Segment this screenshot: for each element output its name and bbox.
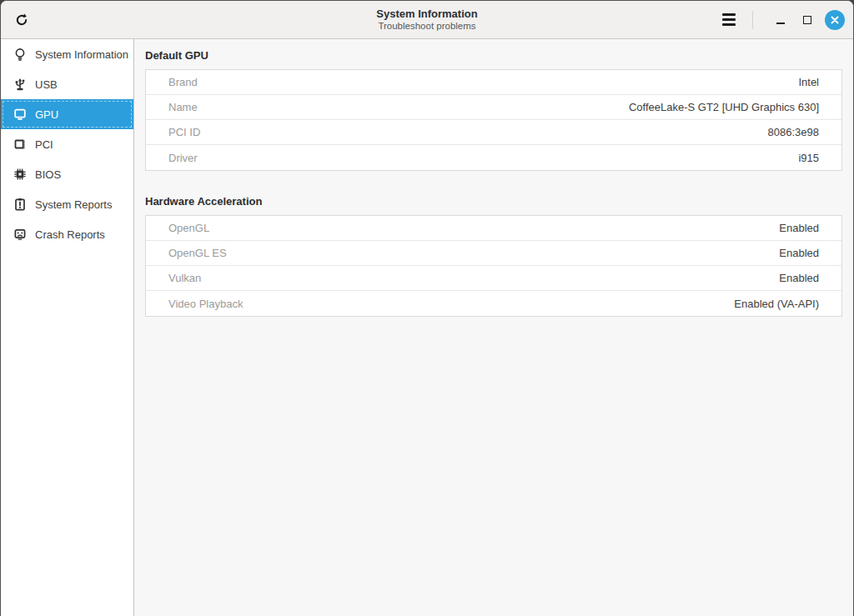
row-label: OpenGL ES — [168, 247, 227, 259]
pci-card-icon — [13, 137, 28, 152]
row-label: Video Playback — [168, 298, 243, 310]
row-value: 8086:3e98 — [768, 126, 819, 138]
hamburger-menu-icon — [722, 13, 736, 16]
main-content: Default GPU Brand Intel Name CoffeeLake-… — [134, 39, 853, 616]
sidebar-item-usb[interactable]: USB — [1, 69, 133, 99]
sidebar-item-label: USB — [35, 78, 58, 91]
info-table-default-gpu: Brand Intel Name CoffeeLake-S GT2 [UHD G… — [145, 69, 842, 171]
sidebar-item-label: GPU — [35, 108, 58, 121]
section-hardware-acceleration: Hardware Acceleration OpenGL Enabled Ope… — [145, 195, 842, 317]
sidebar-item-crash-reports[interactable]: Crash Reports — [1, 219, 133, 249]
chip-icon — [13, 167, 28, 182]
table-row: Driver i915 — [146, 145, 841, 170]
titlebar: System Information Troubleshoot problems — [1, 1, 853, 39]
clipboard-alert-icon — [13, 197, 28, 212]
minimize-icon — [776, 23, 785, 24]
table-row: OpenGL Enabled — [146, 216, 841, 241]
maximize-button[interactable] — [796, 9, 818, 31]
crash-face-icon — [13, 227, 28, 242]
row-label: Driver — [168, 152, 198, 164]
close-button[interactable] — [825, 10, 845, 30]
table-row: Name CoffeeLake-S GT2 [UHD Graphics 630] — [146, 95, 841, 120]
sidebar-item-pci[interactable]: PCI — [1, 129, 133, 159]
row-value: Enabled (VA-API) — [734, 298, 819, 310]
info-table-hardware-acceleration: OpenGL Enabled OpenGL ES Enabled Vulkan … — [145, 215, 842, 317]
row-value: CoffeeLake-S GT2 [UHD Graphics 630] — [629, 101, 819, 113]
row-label: Brand — [168, 76, 198, 88]
row-value: Enabled — [779, 222, 819, 234]
section-default-gpu: Default GPU Brand Intel Name CoffeeLake-… — [145, 49, 842, 171]
titlebar-controls — [714, 1, 853, 38]
window-subtitle: Troubleshoot problems — [378, 20, 475, 32]
sidebar-item-system-information[interactable]: System Information — [1, 39, 133, 69]
row-label: PCI ID — [168, 126, 200, 138]
sidebar-item-label: System Reports — [35, 198, 112, 211]
usb-icon — [13, 77, 28, 92]
row-label: Vulkan — [168, 272, 201, 284]
refresh-button[interactable] — [8, 6, 36, 34]
row-value: i915 — [798, 152, 819, 164]
sidebar-item-label: System Information — [35, 48, 128, 61]
close-icon — [830, 15, 840, 25]
row-value: Intel — [798, 76, 819, 88]
monitor-icon — [13, 107, 28, 122]
row-label: OpenGL — [168, 222, 209, 234]
section-title: Hardware Acceleration — [145, 195, 842, 208]
table-row: OpenGL ES Enabled — [146, 241, 841, 266]
lightbulb-icon — [13, 47, 28, 62]
sidebar-item-label: Crash Reports — [35, 228, 105, 241]
section-title: Default GPU — [145, 49, 842, 62]
table-row: PCI ID 8086:3e98 — [146, 120, 841, 145]
sidebar: System Information USB — [1, 39, 134, 616]
sidebar-item-bios[interactable]: BIOS — [1, 159, 133, 189]
table-row: Brand Intel — [146, 70, 841, 95]
row-label: Name — [168, 101, 198, 113]
table-row: Vulkan Enabled — [146, 266, 841, 291]
titlebar-separator — [752, 11, 753, 29]
window-title: System Information — [376, 8, 477, 20]
sidebar-item-label: BIOS — [35, 168, 61, 181]
table-row: Video Playback Enabled (VA-API) — [146, 291, 841, 316]
sidebar-item-system-reports[interactable]: System Reports — [1, 189, 133, 219]
hamburger-menu-button[interactable] — [714, 6, 744, 34]
row-value: Enabled — [779, 247, 819, 259]
row-value: Enabled — [779, 272, 819, 284]
minimize-button[interactable] — [770, 9, 791, 31]
maximize-icon — [803, 16, 811, 24]
refresh-icon — [13, 12, 30, 28]
app-window: System Information Troubleshoot problems — [0, 0, 854, 616]
sidebar-item-label: PCI — [35, 138, 53, 151]
sidebar-item-gpu[interactable]: GPU — [1, 99, 133, 129]
